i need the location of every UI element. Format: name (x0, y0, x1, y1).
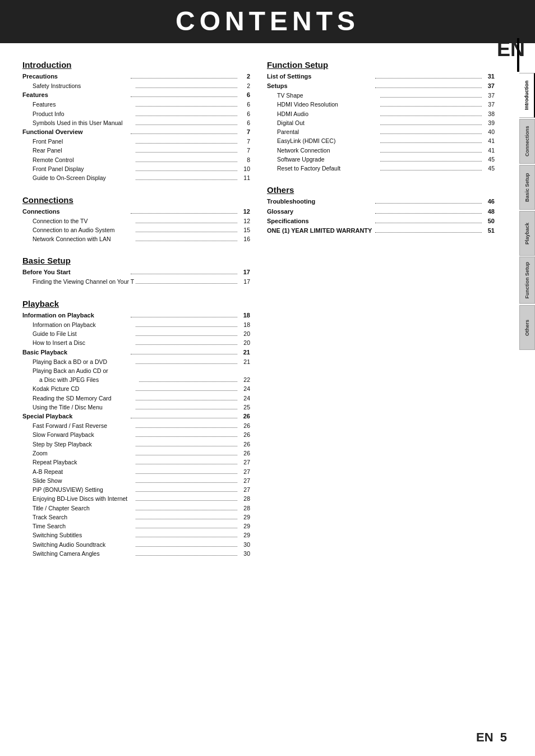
toc-dots (375, 78, 482, 79)
en-label-bottom: EN (476, 730, 494, 744)
toc-dots (136, 179, 237, 180)
toc-dots (136, 482, 237, 483)
toc-entry: Before You Start17 (22, 268, 250, 277)
toc-entry-title: Enjoying BD-Live Discs with Internet (33, 494, 134, 503)
toc-page-number: 18 (239, 320, 250, 329)
toc-entry: a Disc with JPEG Files22 (22, 375, 250, 384)
toc-page-number: 15 (239, 225, 250, 234)
toc-page-number: 26 (239, 412, 250, 421)
section-heading-playback: Playback (22, 299, 250, 308)
sidebar-tab-introduction[interactable]: Introduction (519, 73, 535, 118)
section-heading-basic-setup: Basic Setup (22, 256, 250, 265)
toc-dots (136, 500, 237, 501)
toc-page-number: 2 (239, 81, 250, 90)
toc-page-number: 20 (239, 329, 250, 338)
toc-page-number: 11 (239, 173, 250, 182)
toc-entry: Using the Title / Disc Menu25 (22, 403, 250, 412)
main-content: IntroductionPrecautions2Safety Instructi… (0, 43, 517, 580)
toc-entry: Time Search29 (22, 522, 250, 531)
toc-page-number: 26 (239, 440, 250, 449)
toc-page-number: 21 (239, 348, 250, 357)
toc-entry-title: Functional Overview (22, 127, 129, 137)
toc-entry: A-B Repeat27 (22, 467, 250, 476)
toc-page-number: 29 (239, 513, 250, 522)
toc-page-number: 26 (239, 430, 250, 439)
toc-page-number: 27 (239, 476, 250, 485)
sidebar-tab-function-setup[interactable]: Function Setup (519, 257, 535, 304)
page-title: CONTENTS (0, 6, 535, 36)
toc-dots (136, 125, 237, 125)
toc-dots (136, 510, 237, 510)
toc-entry-title: List of Settings (267, 72, 373, 81)
toc-page-number: 12 (239, 216, 250, 225)
toc-page-number: 8 (239, 155, 250, 164)
toc-dots (136, 427, 237, 428)
page-number: 5 (500, 730, 507, 744)
toc-entry-title: HDMI Video Resolution (277, 100, 379, 109)
toc-page-number: 26 (239, 421, 250, 430)
toc-dots (136, 491, 237, 492)
toc-dots (136, 400, 237, 400)
toc-entry: Switching Audio Soundtrack30 (22, 540, 250, 549)
toc-entry-title: HDMI Audio (277, 109, 379, 118)
toc-entry-title: Time Search (33, 522, 134, 531)
toc-entry: TV Shape37 (267, 91, 495, 100)
toc-page-number: 45 (483, 164, 495, 173)
sidebar-tab-playback[interactable]: Playback (519, 211, 535, 256)
toc-entry: Zoom26 (22, 449, 250, 458)
toc-dots (380, 106, 482, 107)
toc-dots (380, 161, 482, 162)
toc-entry-title: Features (33, 100, 134, 109)
toc-dots (136, 455, 237, 455)
toc-page-number: 50 (483, 216, 495, 226)
toc-entry-title: Information on Playback (33, 320, 134, 329)
toc-dots (136, 390, 237, 391)
toc-entry: Connections12 (22, 207, 250, 216)
toc-entry: Specifications50 (267, 216, 495, 226)
toc-page-number: 22 (239, 375, 250, 384)
toc-dots (136, 335, 237, 336)
toc-entry-title: PiP (BONUSVIEW) Setting (33, 485, 134, 494)
toc-dots (139, 381, 237, 382)
toc-entry-title: Information on Playback (22, 311, 129, 320)
toc-dots (136, 528, 237, 528)
toc-page-number: 7 (239, 146, 250, 155)
toc-entry-title: Front Panel Display (33, 164, 134, 173)
toc-entry-title: Software Upgrade (277, 155, 379, 164)
toc-entry-title: Finding the Viewing Channel on Your TV (33, 277, 134, 286)
toc-page-number: 41 (483, 146, 495, 155)
toc-entry-title: A-B Repeat (33, 467, 134, 476)
bottom-footer: EN 5 (476, 730, 507, 745)
sidebar-tab-basic-setup[interactable]: Basic Setup (519, 165, 535, 210)
toc-entry: HDMI Video Resolution37 (267, 100, 495, 109)
sidebar-tab-connections[interactable]: Connections (519, 119, 535, 164)
toc-page-number: 17 (239, 277, 250, 286)
toc-entry: EasyLink (HDMI CEC)41 (267, 136, 495, 145)
toc-page-number: 27 (239, 467, 250, 476)
toc-page-number: 6 (239, 100, 250, 109)
toc-entry: Connection to an Audio System15 (22, 225, 250, 234)
toc-entry: Glossary48 (267, 207, 495, 216)
toc-entry: Switching Camera Angles30 (22, 549, 250, 558)
toc-entry-title: Switching Subtitles (33, 531, 134, 540)
toc-entry-title: Connections (22, 207, 129, 216)
toc-dots (136, 409, 237, 409)
toc-entry: Repeat Playback27 (22, 458, 250, 467)
section-heading-function-setup: Function Setup (267, 60, 495, 70)
toc-dots (131, 96, 237, 97)
sidebar-tab-others[interactable]: Others (519, 305, 535, 350)
toc-page-number: 24 (239, 394, 250, 403)
toc-entry-title: Before You Start (22, 268, 129, 277)
toc-entry-title: Step by Step Playback (33, 440, 134, 449)
toc-entry: Troubleshooting46 (267, 197, 495, 206)
toc-entry-title: Troubleshooting (267, 197, 373, 206)
toc-entry-title: Network Connection with LAN (33, 234, 134, 243)
toc-dots (131, 317, 237, 317)
toc-entry-title: Safety Instructions (33, 81, 134, 90)
toc-dots (375, 87, 482, 88)
toc-page-number: 16 (239, 234, 250, 243)
toc-dots (136, 473, 237, 474)
toc-page-number: 48 (483, 207, 495, 216)
toc-page-number: 17 (239, 268, 250, 277)
toc-page-number: 41 (483, 136, 495, 145)
